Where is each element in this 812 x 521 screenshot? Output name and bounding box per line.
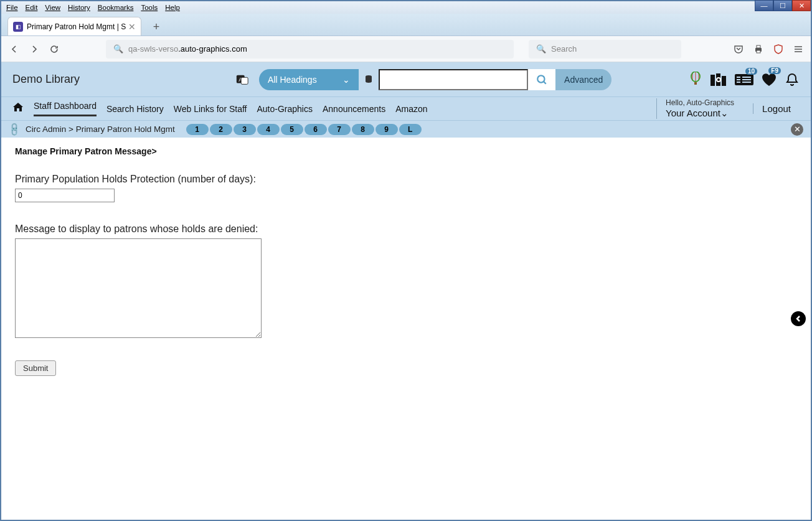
nav-announcements[interactable]: Announcements xyxy=(323,104,385,114)
svg-rect-19 xyxy=(737,82,740,83)
list-icon[interactable]: 10 xyxy=(735,73,753,87)
window-close-button[interactable]: ✕ xyxy=(792,0,811,11)
hamburger-icon[interactable] xyxy=(793,44,803,54)
window-controls: — ☐ ✕ xyxy=(755,0,811,11)
menu-view[interactable]: View xyxy=(45,4,60,11)
heart-icon[interactable]: F9 xyxy=(761,72,777,87)
nav-staff-dashboard[interactable]: Staff Dashboard xyxy=(34,101,97,116)
nav-web-links[interactable]: Web Links for Staff xyxy=(174,104,247,114)
page-title: Manage Primary Patron Message> xyxy=(15,146,797,156)
svg-rect-21 xyxy=(742,79,751,80)
svg-rect-2 xyxy=(757,50,760,53)
collapse-chevron-icon[interactable] xyxy=(791,311,806,326)
balloon-icon[interactable] xyxy=(689,72,702,88)
hello-text: Hello, Auto-Graphics xyxy=(666,98,734,107)
submit-button[interactable]: Submit xyxy=(15,360,56,376)
history-pill-1[interactable]: 1 xyxy=(186,124,209,135)
library-name: Demo Library xyxy=(12,73,80,86)
language-icon[interactable]: A xyxy=(235,73,249,87)
days-label: Primary Population Holds Protection (num… xyxy=(15,174,797,185)
nav-search-history[interactable]: Search History xyxy=(106,104,164,114)
svg-point-15 xyxy=(717,78,720,81)
svg-rect-20 xyxy=(742,77,751,78)
nav-amazon[interactable]: Amazon xyxy=(395,104,427,114)
search-icon: 🔍 xyxy=(536,44,546,54)
minimize-button[interactable]: — xyxy=(755,0,773,11)
menu-help[interactable]: Help xyxy=(165,4,180,11)
menu-bookmarks[interactable]: Bookmarks xyxy=(98,4,134,11)
message-label: Message to display to patrons whose hold… xyxy=(15,223,797,235)
tab-close-icon[interactable]: ✕ xyxy=(128,22,136,32)
history-pill-4[interactable]: 4 xyxy=(257,124,280,135)
home-icon[interactable] xyxy=(12,101,24,116)
browser-tabstrip: ◧ Primary Patron Hold Mgmt | SW ✕ + xyxy=(1,14,811,36)
url-domain: .auto-graphics.com xyxy=(178,44,247,54)
logout-link[interactable]: Logout xyxy=(753,103,800,114)
address-bar[interactable]: 🔍 qa-swls-verso.auto-graphics.com xyxy=(106,40,514,59)
days-input[interactable] xyxy=(15,189,115,202)
svg-rect-22 xyxy=(742,82,751,83)
browser-menubar: File Edit View History Bookmarks Tools H… xyxy=(1,1,811,14)
breadcrumb[interactable]: Circ Admin > Primary Patron Hold Mgmt xyxy=(26,124,175,134)
chevron-down-icon: ⌄ xyxy=(720,108,729,118)
favicon-icon: ◧ xyxy=(13,22,23,32)
favorites-badge: F9 xyxy=(768,67,781,74)
nav-auto-graphics[interactable]: Auto-Graphics xyxy=(257,104,313,114)
shield-icon[interactable] xyxy=(773,44,783,54)
menu-edit[interactable]: Edit xyxy=(26,4,38,11)
maximize-button[interactable]: ☐ xyxy=(773,0,792,11)
history-pill-9[interactable]: 9 xyxy=(375,124,398,135)
new-tab-button[interactable]: + xyxy=(148,18,165,35)
reload-button[interactable] xyxy=(49,44,60,55)
history-pill-3[interactable]: 3 xyxy=(234,124,256,135)
search-submit-icon[interactable] xyxy=(528,69,555,90)
message-textarea[interactable] xyxy=(15,238,262,338)
database-icon[interactable] xyxy=(359,69,379,90)
link-icon: 🔗 xyxy=(6,121,22,137)
history-pill-L[interactable]: L xyxy=(399,124,422,135)
browser-tab[interactable]: ◧ Primary Patron Hold Mgmt | SW ✕ xyxy=(7,17,141,35)
url-prefix: qa-swls-verso xyxy=(128,44,178,54)
svg-rect-5 xyxy=(241,77,248,84)
history-pill-5[interactable]: 5 xyxy=(281,124,303,135)
reserves-icon[interactable] xyxy=(710,72,727,87)
pocket-icon[interactable] xyxy=(734,44,744,54)
main-nav: Staff Dashboard Search History Web Links… xyxy=(1,96,811,120)
library-search-input[interactable] xyxy=(379,69,528,90)
menu-file[interactable]: File xyxy=(6,4,18,11)
tab-title: Primary Patron Hold Mgmt | SW xyxy=(27,22,126,31)
headings-dropdown[interactable]: All Headings ⌄ xyxy=(259,69,359,90)
history-pill-6[interactable]: 6 xyxy=(304,124,327,135)
history-pill-7[interactable]: 7 xyxy=(328,124,351,135)
bell-icon[interactable] xyxy=(785,72,800,87)
your-account-label: Your Account xyxy=(666,108,720,118)
browser-search-box[interactable]: 🔍 Search xyxy=(529,40,681,59)
back-button[interactable] xyxy=(9,44,20,55)
print-icon[interactable] xyxy=(753,44,763,54)
svg-rect-18 xyxy=(737,79,740,80)
svg-rect-1 xyxy=(757,45,760,48)
breadcrumb-row: 🔗 Circ Admin > Primary Patron Hold Mgmt … xyxy=(1,120,811,138)
list-badge: 10 xyxy=(745,68,757,75)
history-pill-2[interactable]: 2 xyxy=(210,124,232,135)
svg-rect-10 xyxy=(694,82,697,85)
svg-rect-17 xyxy=(737,77,740,78)
svg-point-7 xyxy=(537,75,544,82)
close-icon[interactable]: ✕ xyxy=(791,123,803,136)
search-icon: 🔍 xyxy=(113,44,123,54)
library-header: Demo Library A All Headings ⌄ Advanced 1… xyxy=(1,62,811,96)
browser-search-placeholder: Search xyxy=(551,44,577,54)
svg-rect-13 xyxy=(722,76,726,86)
menu-history[interactable]: History xyxy=(68,4,90,11)
svg-rect-11 xyxy=(710,75,715,86)
history-pills: 1 2 3 4 5 6 7 8 9 L xyxy=(186,124,422,135)
advanced-search-button[interactable]: Advanced xyxy=(555,69,611,90)
menu-tools[interactable]: Tools xyxy=(141,4,158,11)
forward-button[interactable] xyxy=(29,44,40,55)
page-content: Manage Primary Patron Message> Primary P… xyxy=(1,138,811,385)
account-section[interactable]: Hello, Auto-Graphics Your Account⌄ xyxy=(656,98,743,118)
chevron-down-icon: ⌄ xyxy=(342,75,350,85)
history-pill-8[interactable]: 8 xyxy=(352,124,374,135)
browser-toolbar: 🔍 qa-swls-verso.auto-graphics.com 🔍 Sear… xyxy=(1,36,811,62)
headings-label: All Headings xyxy=(268,75,317,85)
